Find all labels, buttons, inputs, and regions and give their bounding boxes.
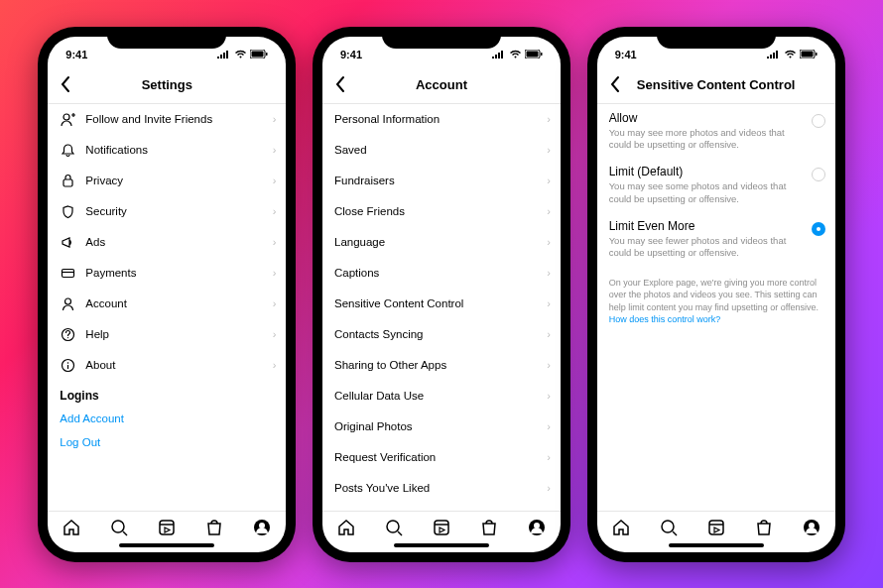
row-follow-invite[interactable]: Follow and Invite Friends ›: [48, 104, 286, 135]
chevron-right-icon: ›: [273, 144, 277, 156]
tab-search[interactable]: [659, 518, 679, 537]
row-label: Sensitive Content Control: [334, 297, 463, 309]
tab-home[interactable]: [62, 518, 81, 537]
row-label: Payments: [85, 267, 136, 279]
shield-icon: [60, 204, 75, 219]
chevron-right-icon: ›: [273, 328, 277, 340]
add-account-link[interactable]: Add Account: [48, 407, 286, 430]
row-personal-info[interactable]: Personal Information›: [322, 104, 561, 135]
chevron-right-icon: ›: [547, 236, 551, 248]
svg-point-3: [63, 114, 69, 120]
option-title: Limit Even More: [609, 219, 823, 233]
chevron-right-icon: ›: [547, 390, 551, 402]
row-sensitive-content[interactable]: Sensitive Content Control›: [322, 289, 561, 319]
row-contacts-syncing[interactable]: Contacts Syncing›: [322, 319, 561, 350]
person-icon: [60, 296, 75, 311]
tab-home[interactable]: [611, 518, 631, 537]
row-privacy[interactable]: Privacy ›: [48, 166, 286, 196]
status-indicators: [217, 50, 268, 59]
option-allow[interactable]: Allow You may see more photos and videos…: [597, 104, 835, 159]
header: Settings: [48, 66, 286, 104]
svg-rect-29: [816, 53, 818, 56]
chevron-right-icon: ›: [547, 113, 551, 125]
notch: [657, 27, 776, 49]
chevron-right-icon: ›: [273, 175, 277, 186]
back-button[interactable]: [605, 71, 624, 97]
bell-icon: [60, 143, 75, 158]
battery-icon: [250, 50, 268, 59]
row-notifications[interactable]: Notifications ›: [48, 135, 286, 166]
radio-unselected[interactable]: [812, 114, 825, 128]
phone-settings: 9:41 Settings Follow and Invite Friends …: [38, 27, 296, 562]
row-account[interactable]: Account ›: [48, 289, 286, 319]
tab-search[interactable]: [109, 518, 129, 537]
tab-shop[interactable]: [204, 518, 224, 537]
svg-rect-14: [160, 521, 174, 534]
chevron-right-icon: ›: [273, 205, 277, 217]
chevron-right-icon: ›: [273, 113, 277, 125]
status-time: 9:41: [65, 49, 87, 60]
svg-point-12: [112, 521, 124, 532]
option-desc: You may see some photos and videos that …: [609, 180, 823, 205]
row-ads[interactable]: Ads ›: [48, 227, 286, 258]
row-saved[interactable]: Saved›: [322, 135, 561, 166]
row-label: Ads: [85, 236, 105, 248]
row-close-friends[interactable]: Close Friends›: [322, 196, 561, 227]
row-language[interactable]: Language›: [322, 227, 561, 258]
chevron-right-icon: ›: [547, 482, 551, 494]
row-security[interactable]: Security ›: [48, 196, 286, 227]
svg-line-13: [123, 531, 127, 535]
header: Sensitive Content Control: [597, 66, 835, 104]
tab-profile[interactable]: [527, 518, 547, 537]
row-label: Close Friends: [334, 205, 405, 217]
wifi-icon: [509, 50, 522, 59]
chevron-right-icon: ›: [547, 205, 551, 217]
option-desc: You may see more photos and videos that …: [609, 127, 823, 152]
tab-reels[interactable]: [706, 518, 726, 537]
radio-unselected[interactable]: [812, 168, 825, 181]
row-help[interactable]: Help ›: [48, 319, 286, 350]
row-request-verification[interactable]: Request Verification›: [322, 442, 561, 473]
add-friend-icon: [60, 112, 75, 127]
back-button[interactable]: [56, 71, 74, 97]
explain-link[interactable]: How does this control work?: [609, 314, 721, 324]
chevron-right-icon: ›: [273, 359, 277, 371]
svg-rect-32: [709, 521, 723, 534]
row-fundraisers[interactable]: Fundraisers›: [322, 166, 561, 196]
notch: [382, 27, 501, 49]
row-label: About: [85, 359, 115, 371]
tab-home[interactable]: [336, 518, 356, 537]
row-label: Cellular Data Use: [334, 390, 424, 402]
row-posts-liked[interactable]: Posts You've Liked›: [322, 473, 561, 504]
svg-line-31: [673, 531, 677, 535]
row-sharing[interactable]: Sharing to Other Apps›: [322, 350, 561, 381]
tab-reels[interactable]: [157, 518, 177, 537]
tab-reels[interactable]: [432, 518, 451, 537]
row-label: Original Photos: [334, 420, 413, 432]
explain-body: On your Explore page, we're giving you m…: [609, 278, 819, 312]
row-label: Fundraisers: [334, 175, 395, 186]
svg-point-10: [67, 362, 69, 364]
tab-shop[interactable]: [479, 518, 499, 537]
back-button[interactable]: [330, 71, 349, 97]
row-label: Follow and Invite Friends: [85, 113, 212, 125]
page-title: Settings: [142, 77, 192, 92]
row-captions[interactable]: Captions›: [322, 258, 561, 289]
row-about[interactable]: About ›: [48, 350, 286, 381]
svg-line-22: [398, 531, 402, 535]
row-cellular-data[interactable]: Cellular Data Use›: [322, 381, 561, 412]
row-original-photos[interactable]: Original Photos›: [322, 412, 561, 442]
option-limit-more[interactable]: Limit Even More You may see fewer photos…: [597, 212, 835, 267]
tab-search[interactable]: [384, 518, 404, 537]
svg-point-7: [64, 298, 70, 304]
radio-selected[interactable]: [812, 222, 825, 236]
row-payments[interactable]: Payments ›: [48, 258, 286, 289]
tab-shop[interactable]: [754, 518, 774, 537]
tab-profile[interactable]: [802, 518, 821, 537]
sensitive-options: Allow You may see more photos and videos…: [597, 104, 835, 511]
chevron-right-icon: ›: [547, 297, 551, 309]
log-out-link[interactable]: Log Out: [48, 430, 286, 454]
option-limit-default[interactable]: Limit (Default) You may see some photos …: [597, 158, 835, 212]
option-title: Limit (Default): [609, 165, 823, 178]
tab-profile[interactable]: [252, 518, 272, 537]
